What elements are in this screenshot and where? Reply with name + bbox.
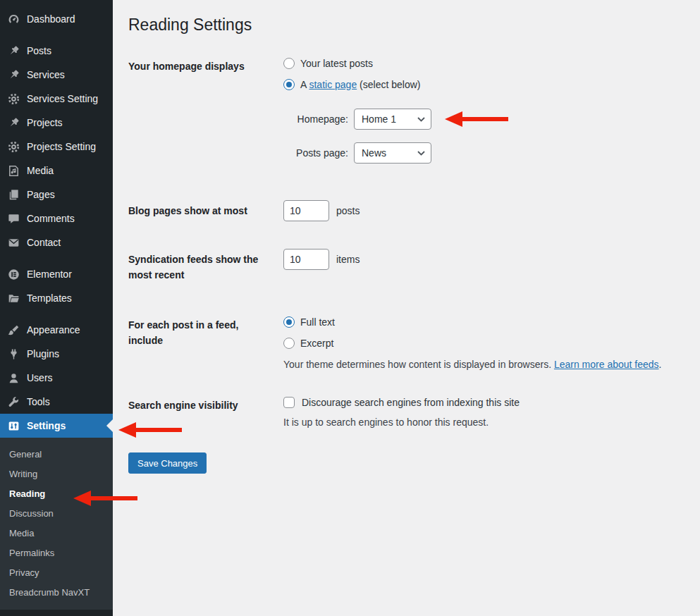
sidebar-item-label: Comments bbox=[27, 213, 75, 224]
search-visibility-label: Search engine visibility bbox=[128, 395, 283, 413]
sidebar-item-templates[interactable]: Templates bbox=[0, 286, 113, 310]
full-text-option-label: Full text bbox=[300, 316, 335, 328]
sidebar-item-elementor[interactable]: Elementor bbox=[0, 262, 113, 286]
wrench-icon bbox=[6, 395, 20, 409]
full-text-option[interactable]: Full text bbox=[283, 314, 686, 329]
sidebar-item-label: Tools bbox=[27, 396, 50, 407]
static-page-option-label: A static page (select below) bbox=[300, 79, 420, 90]
excerpt-option-label: Excerpt bbox=[300, 338, 333, 349]
sidebar-item-label: Services bbox=[27, 69, 65, 80]
sidebar-item-label: Pages bbox=[27, 189, 55, 200]
sidebar-item-label: Media bbox=[27, 165, 54, 176]
sidebar-item-label: Elementor bbox=[27, 269, 72, 280]
sliders-icon bbox=[6, 419, 20, 433]
excerpt-option[interactable]: Excerpt bbox=[283, 335, 686, 350]
posts-page-select-label: Posts page: bbox=[283, 147, 348, 159]
pages-icon bbox=[6, 187, 20, 202]
discourage-indexing-option[interactable]: Discourage search engines from indexing … bbox=[283, 395, 686, 409]
search-visibility-row: Search engine visibility Discourage sear… bbox=[128, 395, 686, 428]
save-changes-button[interactable]: Save Changes bbox=[128, 452, 207, 474]
user-icon bbox=[6, 371, 20, 385]
submenu-item-general[interactable]: General bbox=[0, 445, 113, 464]
sidebar-item-plugins[interactable]: Plugins bbox=[0, 342, 113, 366]
submenu-item-discussion[interactable]: Discussion bbox=[0, 504, 113, 524]
posts-page-select[interactable]: News bbox=[354, 142, 431, 164]
comment-icon bbox=[6, 211, 20, 226]
sidebar-item-media[interactable]: Media bbox=[0, 159, 113, 183]
feed-include-label: For each post in a feed, include bbox=[128, 314, 283, 348]
folder-icon bbox=[6, 291, 20, 305]
static-page-link[interactable]: static page bbox=[309, 79, 357, 90]
feed-note: Your theme determines how content is dis… bbox=[283, 359, 686, 370]
gear-icon bbox=[6, 140, 20, 154]
red-arrow-homepage-annotation bbox=[445, 111, 508, 127]
sidebar-item-label: Dashboard bbox=[27, 13, 75, 25]
blog-pages-unit: posts bbox=[336, 205, 360, 216]
homepage-select[interactable]: Home 1 bbox=[354, 109, 431, 130]
sidebar-item-projects[interactable]: Projects bbox=[0, 111, 113, 135]
envelope-icon bbox=[6, 235, 20, 250]
sidebar-item-settings[interactable]: Settings bbox=[0, 414, 113, 438]
syndication-label: Syndication feeds show the most recent bbox=[128, 249, 283, 283]
sidebar-item-label: Settings bbox=[27, 420, 66, 431]
search-visibility-note: It is up to search engines to honor this… bbox=[283, 417, 686, 428]
discourage-indexing-checkbox[interactable] bbox=[283, 397, 295, 408]
excerpt-radio[interactable] bbox=[283, 338, 295, 349]
current-menu-arrow bbox=[100, 419, 113, 432]
static-page-radio[interactable] bbox=[283, 79, 295, 90]
sidebar-item-contact[interactable]: Contact bbox=[0, 230, 113, 254]
plug-icon bbox=[6, 347, 20, 361]
sidebar-item-label: Services Setting bbox=[27, 93, 98, 104]
dashboard-icon bbox=[6, 12, 20, 26]
sidebar-item-comments[interactable]: Comments bbox=[0, 207, 113, 230]
arrow-head-icon bbox=[118, 422, 136, 438]
sidebar-item-services-setting[interactable]: Services Setting bbox=[0, 87, 113, 111]
syndication-unit: items bbox=[336, 254, 360, 265]
syndication-input[interactable] bbox=[283, 249, 329, 270]
discourage-indexing-label: Discourage search engines from indexing … bbox=[302, 397, 520, 408]
sidebar-item-label: Posts bbox=[27, 45, 51, 56]
full-text-radio[interactable] bbox=[283, 316, 295, 328]
admin-sidebar: DashboardPostsServicesServices SettingPr… bbox=[0, 0, 113, 616]
red-arrow-settings-annotation bbox=[118, 421, 182, 438]
learn-more-feeds-link[interactable]: Learn more about feeds bbox=[554, 359, 659, 370]
elementor-icon bbox=[6, 267, 20, 281]
sidebar-item-posts[interactable]: Posts bbox=[0, 39, 113, 63]
submenu-item-permalinks[interactable]: Permalinks bbox=[0, 543, 113, 563]
main-content: Reading Settings Your homepage displays … bbox=[113, 0, 700, 616]
submenu-item-media[interactable]: Media bbox=[0, 524, 113, 543]
sidebar-item-tools[interactable]: Tools bbox=[0, 390, 113, 414]
sidebar-item-appearance[interactable]: Appearance bbox=[0, 318, 113, 342]
blog-pages-row: Blog pages show at most posts bbox=[128, 200, 686, 221]
sidebar-item-projects-setting[interactable]: Projects Setting bbox=[0, 135, 113, 159]
page-title: Reading Settings bbox=[128, 15, 686, 35]
blog-pages-input[interactable] bbox=[283, 200, 329, 221]
homepage-select-label: Homepage: bbox=[283, 113, 348, 125]
latest-posts-option-label: Your latest posts bbox=[300, 58, 373, 69]
latest-posts-radio[interactable] bbox=[283, 58, 295, 69]
homepage-displays-row: Your homepage displays Your latest posts… bbox=[128, 56, 686, 164]
admin-menu: DashboardPostsServicesServices SettingPr… bbox=[0, 0, 113, 438]
submenu-item-privacy[interactable]: Privacy bbox=[0, 563, 113, 583]
sidebar-item-label: Plugins bbox=[27, 348, 59, 359]
pushpin-icon bbox=[6, 44, 20, 58]
sidebar-item-pages[interactable]: Pages bbox=[0, 183, 113, 207]
settings-submenu: GeneralWritingReadingDiscussionMediaPerm… bbox=[0, 438, 113, 610]
arrow-head-icon bbox=[73, 491, 91, 506]
pushpin-icon bbox=[6, 116, 20, 130]
submenu-item-writing[interactable]: Writing bbox=[0, 464, 113, 484]
sidebar-item-label: Templates bbox=[27, 292, 72, 304]
brush-icon bbox=[6, 323, 20, 337]
sidebar-item-users[interactable]: Users bbox=[0, 366, 113, 390]
red-arrow-reading-annotation bbox=[73, 490, 137, 506]
sidebar-item-dashboard[interactable]: Dashboard bbox=[0, 7, 113, 31]
posts-page-select-row: Posts page: News bbox=[283, 142, 686, 164]
feed-include-row: For each post in a feed, include Full te… bbox=[128, 314, 686, 370]
static-page-option[interactable]: A static page (select below) bbox=[283, 77, 686, 92]
sidebar-item-services[interactable]: Services bbox=[0, 63, 113, 87]
submenu-item-breadcrumb-navxt[interactable]: Breadcrumb NavXT bbox=[0, 583, 113, 603]
sidebar-item-label: Projects bbox=[27, 117, 63, 128]
latest-posts-option[interactable]: Your latest posts bbox=[283, 56, 686, 70]
syndication-row: Syndication feeds show the most recent i… bbox=[128, 249, 686, 283]
blog-pages-label: Blog pages show at most bbox=[128, 200, 283, 218]
